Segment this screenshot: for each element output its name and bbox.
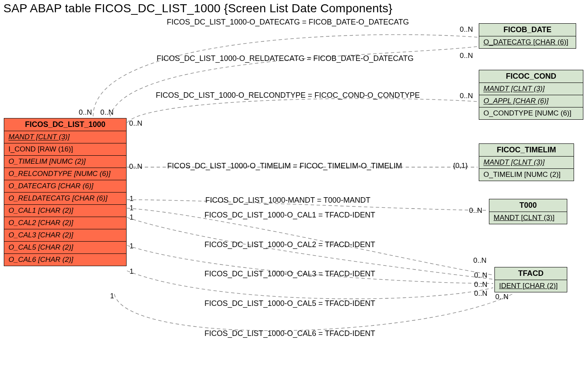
entity-header: FICOC_TIMELIM <box>479 144 574 157</box>
cardinality: 1 <box>130 242 133 250</box>
relationship-label: FICOS_DC_LIST_1000-O_CAL6 = TFACD-IDENT <box>204 329 375 338</box>
entity-row: O_CAL5 [CHAR (2)] <box>4 242 126 254</box>
cardinality: 0..N <box>460 25 473 34</box>
entity-row: O_DATECATG [CHAR (6)] <box>4 180 126 193</box>
entity-ficob-date: FICOB_DATE O_DATECATG [CHAR (6)] <box>479 23 576 49</box>
cardinality: 0..N <box>474 271 487 280</box>
relationship-label: FICOS_DC_LIST_1000-O_TIMELIM = FICOC_TIM… <box>167 162 402 171</box>
relationship-label: FICOS_DC_LIST_1000-O_CAL5 = TFACD-IDENT <box>204 299 375 308</box>
relationship-label: FICOS_DC_LIST_1000-O_RELCONDTYPE = FICOC… <box>156 91 420 100</box>
entity-row: MANDT [CLNT (3)] <box>4 131 126 143</box>
entity-ficos-dc-list-1000: FICOS_DC_LIST_1000 MANDT [CLNT (3)] I_CO… <box>4 118 127 266</box>
entity-header: T000 <box>489 199 567 212</box>
cardinality: 1 <box>130 213 133 222</box>
diagram-title: SAP ABAP table FICOS_DC_LIST_1000 {Scree… <box>3 2 392 15</box>
entity-row: O_CAL3 [CHAR (2)] <box>4 229 126 242</box>
cardinality: 0..N <box>460 92 473 100</box>
cardinality: 1 <box>110 292 114 300</box>
entity-row: MANDT [CLNT (3)] <box>479 157 574 169</box>
entity-row: O_CAL6 [CHAR (2)] <box>4 254 126 266</box>
entity-tfacd: TFACD IDENT [CHAR (2)] <box>494 267 567 292</box>
entity-row: O_RELDATECATG [CHAR (6)] <box>4 193 126 205</box>
entity-row: I_COND [RAW (16)] <box>4 143 126 156</box>
cardinality: 0..N <box>129 119 142 128</box>
relationship-label: FICOS_DC_LIST_1000-O_CAL2 = TFACD-IDENT <box>204 240 375 249</box>
relationship-label: FICOS_DC_LIST_1000-O_CAL1 = TFACD-IDENT <box>204 211 375 220</box>
cardinality: {0,1} <box>453 162 468 170</box>
cardinality: 0..N <box>474 289 487 298</box>
cardinality: 0..N <box>474 281 487 289</box>
cardinality: 1 <box>130 195 133 203</box>
cardinality: 0..N <box>129 162 142 171</box>
entity-row: O_APPL [CHAR (6)] <box>479 95 583 107</box>
entity-row: O_TIMELIM [NUMC (2)] <box>479 169 574 181</box>
entity-row: O_RELCONDTYPE [NUMC (6)] <box>4 168 126 180</box>
entity-header: TFACD <box>495 267 567 280</box>
entity-t000: T000 MANDT [CLNT (3)] <box>489 199 567 224</box>
relationship-label: FICOS_DC_LIST_1000-O_CAL3 = TFACD-IDENT <box>204 270 375 278</box>
entity-ficoc-timelim: FICOC_TIMELIM MANDT [CLNT (3)] O_TIMELIM… <box>479 143 574 181</box>
entity-row: MANDT [CLNT (3)] <box>489 212 567 224</box>
entity-ficoc-cond: FICOC_COND MANDT [CLNT (3)] O_APPL [CHAR… <box>479 70 583 120</box>
cardinality: 0..N <box>473 256 486 265</box>
entity-row: O_CAL1 [CHAR (2)] <box>4 205 126 217</box>
cardinality: 0..N <box>460 52 473 60</box>
cardinality: 1 <box>130 204 133 212</box>
entity-row: O_CAL2 [CHAR (2)] <box>4 217 126 229</box>
cardinality: 0..N <box>79 108 92 117</box>
relationship-label: FICOS_DC_LIST_1000-O_RELDATECATG = FICOB… <box>157 54 414 63</box>
entity-header: FICOC_COND <box>479 70 583 83</box>
cardinality: 0..N <box>100 108 113 117</box>
entity-row: MANDT [CLNT (3)] <box>479 83 583 95</box>
entity-header: FICOB_DATE <box>479 24 576 36</box>
entity-row: O_TIMELIM [NUMC (2)] <box>4 156 126 168</box>
cardinality: 1 <box>130 267 133 276</box>
entity-row: O_CONDTYPE [NUMC (6)] <box>479 107 583 119</box>
cardinality: 0..N <box>495 293 508 301</box>
relationship-label: FICOS_DC_LIST_1000-O_DATECATG = FICOB_DA… <box>167 18 409 27</box>
entity-row: O_DATECATG [CHAR (6)] <box>479 36 576 48</box>
entity-header: FICOS_DC_LIST_1000 <box>4 118 126 131</box>
entity-row: IDENT [CHAR (2)] <box>495 280 567 292</box>
cardinality: 0..N <box>469 206 482 215</box>
relationship-label: FICOS_DC_LIST_1000-MANDT = T000-MANDT <box>205 196 370 205</box>
